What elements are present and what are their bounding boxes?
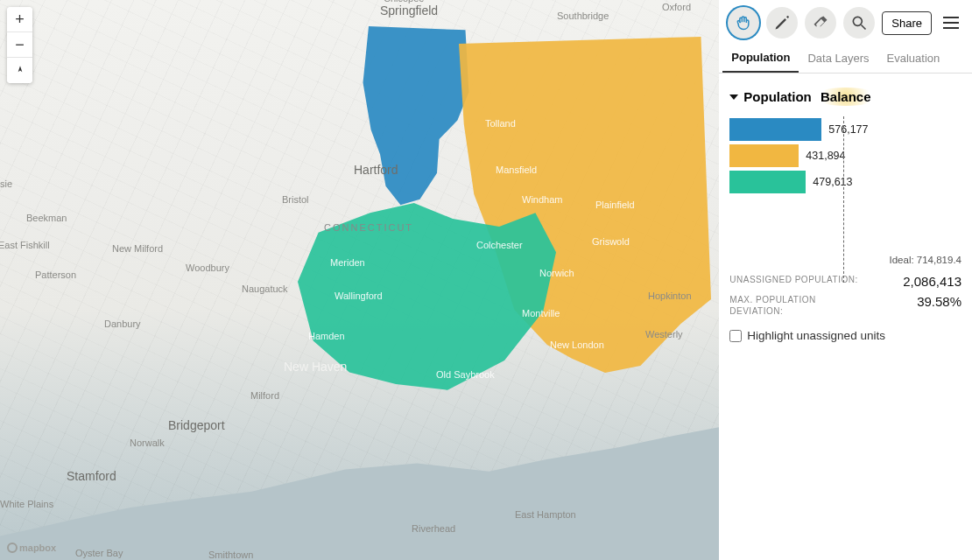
population-bar-value: 576,177 [828, 123, 868, 136]
caret-down-icon [729, 94, 738, 100]
section-title-a: Population [743, 89, 812, 104]
section-toggle-population-balance[interactable]: Population Balance [729, 82, 961, 115]
section-title-b: Balance [814, 88, 878, 106]
inspect-tool-button[interactable] [843, 7, 875, 38]
highlight-unassigned-label: Highlight unassigned units [747, 329, 885, 342]
compass-icon [14, 65, 26, 77]
population-bar-row: 479,613 [729, 171, 961, 193]
highlight-unassigned-row[interactable]: Highlight unassigned units [729, 329, 961, 342]
map-canvas[interactable]: Springfield Chicopee Southbridge Oxford … [0, 0, 719, 560]
population-bar [729, 144, 799, 167]
population-bar [729, 118, 821, 141]
mapbox-text: mapbox [19, 542, 56, 553]
stat-unassigned: Unassigned population: 2,086,413 [729, 274, 961, 289]
panel-body: Population Balance 576,177431,894479,613… [719, 74, 972, 560]
tab-data-layers[interactable]: Data Layers [799, 44, 877, 73]
tab-bar: Population Data Layers Evaluation [719, 44, 972, 74]
stat-unassigned-label: Unassigned population: [729, 274, 857, 285]
tab-population[interactable]: Population [722, 44, 799, 73]
svg-point-0 [854, 17, 863, 25]
pan-tool-button[interactable] [728, 7, 759, 38]
map-zoom-controls: + − [7, 7, 32, 83]
mapbox-icon [7, 542, 18, 553]
menu-icon [943, 17, 959, 18]
hand-icon [735, 14, 752, 32]
stat-deviation: Max. population deviation: 39.58% [729, 294, 961, 317]
side-panel: Share Population Data Layers Evaluation … [719, 0, 972, 560]
zoom-out-button[interactable]: − [7, 32, 32, 58]
stat-deviation-value: 39.58% [917, 294, 961, 309]
stat-unassigned-value: 2,086,413 [903, 274, 961, 289]
eraser-tool-button[interactable] [805, 7, 836, 38]
population-bar-row: 431,894 [729, 144, 961, 167]
ideal-line [843, 116, 844, 283]
compass-button[interactable] [7, 58, 32, 83]
stat-deviation-label: Max. population deviation: [729, 294, 861, 317]
population-bar-chart: 576,177431,894479,613 Ideal: 714,819.4 [729, 118, 961, 265]
menu-button[interactable] [939, 10, 963, 35]
ideal-label: Ideal: 714,819.4 [729, 255, 961, 265]
population-bar-value: 431,894 [806, 150, 845, 162]
population-bar [729, 171, 806, 193]
population-bar-value: 479,613 [813, 176, 852, 188]
svg-line-1 [862, 25, 866, 30]
tab-evaluation[interactable]: Evaluation [878, 44, 949, 73]
share-button[interactable]: Share [882, 11, 932, 35]
magnifier-icon [850, 14, 868, 32]
eraser-icon [812, 14, 829, 32]
mapbox-attribution: mapbox [7, 542, 56, 553]
highlight-unassigned-checkbox[interactable] [729, 330, 742, 342]
toolbar: Share [719, 0, 972, 44]
draw-tool-button[interactable] [766, 7, 798, 38]
population-bar-row: 576,177 [729, 118, 961, 141]
pen-icon [773, 14, 791, 32]
zoom-in-button[interactable]: + [7, 7, 32, 32]
